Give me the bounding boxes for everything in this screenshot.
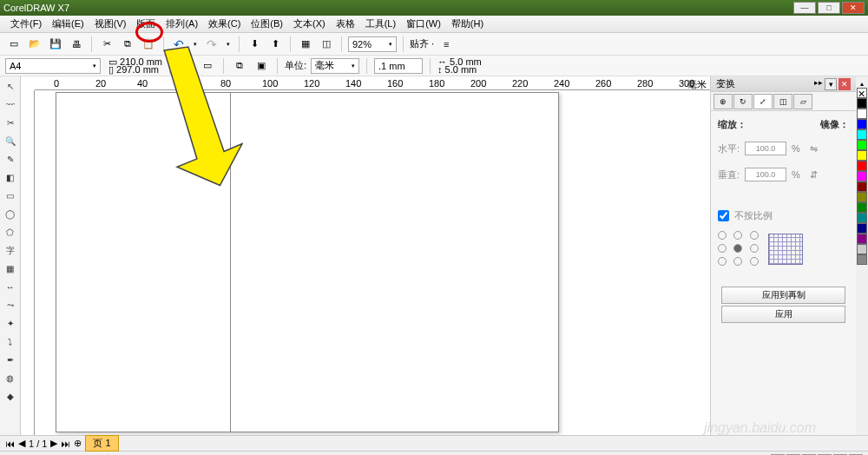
color-swatch[interactable] [857,109,867,119]
pick-tool-icon[interactable]: ↖ [2,78,19,95]
menu-item[interactable]: 文本(X) [288,17,331,30]
menu-item[interactable]: 工具(L) [360,17,401,30]
last-page-icon[interactable]: ⏭ [61,439,70,449]
units-combo[interactable]: 毫米▾ [311,58,359,74]
fill-tool-icon[interactable]: ◍ [2,370,19,386]
page-current-icon[interactable]: ▣ [253,57,270,75]
outline-tool-icon[interactable]: ✒ [2,352,19,368]
redo-dropdown[interactable]: ▾ [224,36,233,53]
tab-position-icon[interactable]: ⊕ [713,94,733,109]
table-tool-icon[interactable]: ▦ [2,260,19,277]
color-swatch[interactable] [857,98,867,109]
docker-collapse-icon[interactable]: ▸▸ [814,78,823,90]
mirror-vertical-icon[interactable]: ⇵ [806,166,823,183]
undo-dropdown[interactable]: ▾ [191,36,200,53]
color-swatch[interactable] [857,140,867,150]
docker-close-icon[interactable]: ✕ [838,78,851,90]
color-swatch[interactable] [857,192,867,202]
apply-button[interactable]: 应用 [721,306,845,323]
add-page-icon[interactable]: ⊕ [74,438,82,449]
page[interactable] [56,92,559,432]
freehand-tool-icon[interactable]: ✎ [2,151,19,168]
interactive-fill-icon[interactable]: ◆ [2,388,19,405]
undo-button[interactable]: ↶ [170,36,187,53]
mirror-horizontal-icon[interactable]: ⇋ [806,140,823,157]
color-swatch[interactable] [857,213,867,223]
smart-fill-icon[interactable]: ◧ [2,169,19,186]
snap-label[interactable]: 贴齐 · [410,37,434,50]
menu-item[interactable]: 位图(B) [246,17,288,30]
color-swatch[interactable] [857,129,867,140]
copy-icon[interactable]: ⧉ [119,36,136,53]
docker-menu-icon[interactable]: ▾ [825,78,837,90]
horizontal-input[interactable]: 100.0 [745,142,786,155]
export-icon[interactable]: ⬆ [266,36,284,53]
redo-button[interactable]: ↷ [203,36,220,53]
app-launcher-icon[interactable]: ▦ [297,36,314,53]
rectangle-tool-icon[interactable]: ▭ [2,188,19,204]
next-page-icon[interactable]: ▶ [50,438,57,449]
paper-size-combo[interactable]: A4▾ [5,58,101,74]
color-swatch[interactable] [857,181,867,192]
menu-item[interactable]: 效果(C) [203,17,246,30]
ellipse-tool-icon[interactable]: ◯ [2,206,19,222]
vertical-input[interactable]: 100.0 [745,168,786,181]
color-swatch[interactable] [857,244,867,254]
color-swatch[interactable] [857,171,867,181]
connector-tool-icon[interactable]: ⤳ [2,297,19,313]
menu-item[interactable]: 视图(V) [89,17,132,30]
open-icon[interactable]: 📂 [26,36,43,53]
paste-icon[interactable]: 📋 [140,36,157,53]
color-swatch[interactable] [857,223,867,234]
color-swatch[interactable] [857,254,867,265]
tab-rotate-icon[interactable]: ↻ [733,94,753,109]
zoom-tool-icon[interactable]: 🔍 [2,133,19,149]
menu-item[interactable]: 表格 [331,17,360,30]
minimize-button[interactable]: — [793,2,816,14]
eyedropper-tool-icon[interactable]: ⤵ [2,333,19,350]
color-swatch[interactable] [857,161,867,171]
import-icon[interactable]: ⬇ [246,36,263,53]
page-all-icon[interactable]: ⧉ [231,57,248,75]
options-icon[interactable]: ≡ [437,36,455,53]
color-swatch[interactable] [857,119,867,129]
zoom-combo[interactable]: 92%▾ [348,36,397,52]
first-page-icon[interactable]: ⏮ [5,439,15,449]
prev-page-icon[interactable]: ◀ [18,438,25,449]
polygon-tool-icon[interactable]: ⬠ [2,224,19,241]
effects-tool-icon[interactable]: ✦ [2,315,19,332]
page-tab[interactable]: 页 1 [85,435,118,452]
canvas-area[interactable]: 0204060801001201401601802002202402602803… [21,76,710,435]
dimension-tool-icon[interactable]: ↔ [2,279,19,295]
tab-skew-icon[interactable]: ▱ [793,94,812,109]
shape-tool-icon[interactable]: 〰 [2,96,19,113]
crop-tool-icon[interactable]: ✂ [2,115,19,131]
non-proportional-checkbox[interactable] [718,210,729,221]
print-icon[interactable]: 🖶 [68,36,85,53]
color-swatch[interactable] [857,234,867,244]
cut-icon[interactable]: ✂ [98,36,115,53]
palette-scroll-up-icon[interactable]: ▴ [860,80,864,88]
welcome-icon[interactable]: ◫ [318,36,335,53]
nudge-combo[interactable]: .1 mm [374,58,423,74]
menu-item[interactable]: 文件(F) [5,17,47,30]
no-fill-swatch[interactable]: ✕ [857,88,867,98]
menu-item[interactable]: 帮助(H) [446,17,489,30]
new-icon[interactable]: ▭ [5,36,23,53]
landscape-icon[interactable]: ▭ [199,57,216,75]
menu-item[interactable]: 版面 [131,17,161,30]
maximize-button[interactable]: □ [818,2,840,14]
menu-item[interactable]: 窗口(W) [401,17,446,30]
apply-duplicate-button[interactable]: 应用到再制 [721,287,845,304]
color-swatch[interactable] [857,150,867,161]
anchor-grid[interactable] [718,231,763,267]
menu-item[interactable]: 编辑(E) [47,17,89,30]
color-swatch[interactable] [857,202,867,213]
tab-size-icon[interactable]: ◫ [773,94,792,109]
text-tool-icon[interactable]: 字 [2,242,19,259]
tab-scale-icon[interactable]: ⤢ [753,94,773,109]
close-button[interactable]: ✕ [842,2,865,14]
save-icon[interactable]: 💾 [47,36,64,53]
portrait-icon[interactable]: ▯ [177,57,194,75]
menu-item[interactable]: 排列(A) [161,17,203,30]
